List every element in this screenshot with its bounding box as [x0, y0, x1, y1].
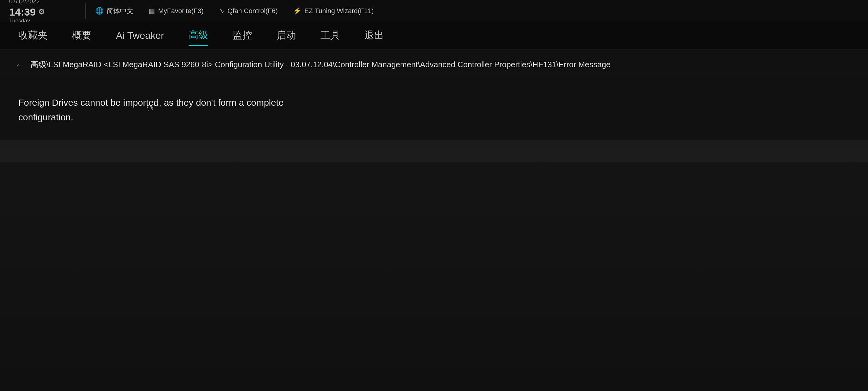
breadcrumb-bar: ← 高级\LSI MegaRAID <LSI MegaRAID SAS 9260… — [0, 50, 868, 80]
error-message: Foreign Drives cannot be imported, as th… — [18, 95, 850, 124]
content-area: Foreign Drives cannot be imported, as th… — [0, 80, 868, 140]
favorite-icon: ▦ — [149, 7, 155, 15]
back-button[interactable]: ← — [15, 60, 24, 70]
breadcrumb-path: 高级\LSI MegaRAID <LSI MegaRAID SAS 9260-8… — [31, 59, 611, 71]
toolbar-items: 🌐 简体中文 ▦ MyFavorite(F3) ∿ Qfan Control(F… — [95, 6, 859, 16]
language-icon: 🌐 — [95, 7, 103, 15]
date-display: 07/12/2022 — [9, 0, 76, 5]
time-display: 14:39 ⚙ — [9, 5, 76, 19]
settings-gear-icon[interactable]: ⚙ — [38, 7, 45, 17]
toolbar-divider-1 — [86, 3, 86, 19]
favorite-label: MyFavorite(F3) — [158, 7, 204, 15]
nav-item-ai-tweaker[interactable]: Ai Tweaker — [116, 27, 164, 44]
nav-item-boot[interactable]: 启动 — [277, 26, 296, 45]
lower-area — [0, 162, 868, 391]
ez-tuning-button[interactable]: ⚡ EZ Tuning Wizard(F11) — [293, 7, 374, 15]
language-selector[interactable]: 🌐 简体中文 — [95, 6, 133, 16]
tuning-label: EZ Tuning Wizard(F11) — [304, 7, 374, 15]
top-toolbar: 07/12/2022 14:39 ⚙ Tuesday 🌐 简体中文 ▦ MyFa… — [0, 0, 868, 22]
navigation-bar: 收藏夹 概要 Ai Tweaker 高级 监控 启动 工具 退出 — [0, 22, 868, 50]
nav-item-monitor[interactable]: 监控 — [232, 26, 252, 45]
language-label: 简体中文 — [106, 6, 133, 16]
nav-item-exit[interactable]: 退出 — [364, 26, 384, 45]
my-favorite-button[interactable]: ▦ MyFavorite(F3) — [149, 7, 204, 15]
datetime-display: 07/12/2022 14:39 ⚙ Tuesday — [9, 0, 76, 24]
qfan-label: Qfan Control(F6) — [227, 7, 278, 15]
time-value: 14:39 — [9, 5, 36, 19]
tuning-icon: ⚡ — [293, 7, 301, 15]
error-message-line1: Foreign Drives cannot be imported, as th… — [18, 97, 284, 108]
nav-item-favorites[interactable]: 收藏夹 — [18, 26, 48, 45]
nav-item-overview[interactable]: 概要 — [72, 26, 92, 45]
error-message-line2: configuration. — [18, 112, 73, 122]
qfan-icon: ∿ — [219, 7, 224, 15]
nav-item-tools[interactable]: 工具 — [320, 26, 340, 45]
nav-item-advanced[interactable]: 高级 — [189, 25, 208, 46]
qfan-control-button[interactable]: ∿ Qfan Control(F6) — [219, 7, 278, 15]
